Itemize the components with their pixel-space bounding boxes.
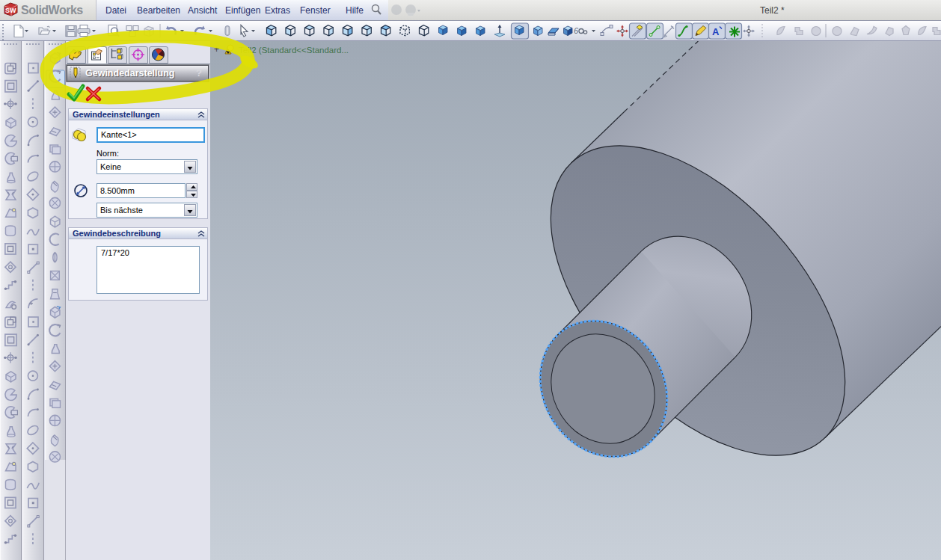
svg-text:SolidWorks: SolidWorks <box>21 4 83 16</box>
svg-text:+: + <box>214 44 219 55</box>
svg-text:Teil2 (Standard<<Standard...: Teil2 (Standard<<Standard... <box>239 46 349 55</box>
svg-text:SW: SW <box>5 7 16 14</box>
svg-text:6: 6 <box>574 26 579 35</box>
svg-text:A: A <box>712 26 720 37</box>
